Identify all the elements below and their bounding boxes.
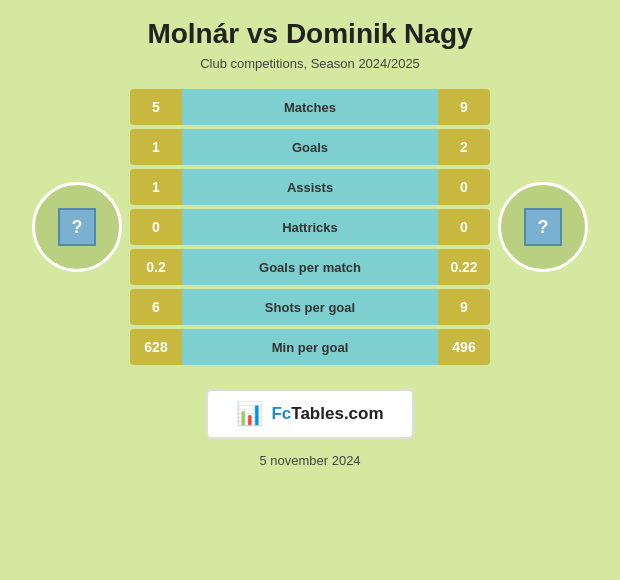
logo-area: 📊 FcTables.com <box>206 389 413 439</box>
stats-table: 5Matches91Goals21Assists00Hattricks00.2G… <box>130 89 490 365</box>
stat-label: Assists <box>182 169 438 205</box>
stat-value-right: 9 <box>438 89 490 125</box>
avatar-left: ? <box>32 182 122 272</box>
date-text: 5 november 2024 <box>259 453 360 468</box>
logo-icon: 📊 <box>236 401 263 427</box>
avatar-left-image: ? <box>58 208 96 246</box>
main-area: ? 5Matches91Goals21Assists00Hattricks00.… <box>0 89 620 365</box>
stat-label: Goals <box>182 129 438 165</box>
stat-row: 0.2Goals per match0.22 <box>130 249 490 285</box>
avatar-right-image: ? <box>524 208 562 246</box>
page-title: Molnár vs Dominik Nagy <box>147 18 472 50</box>
stat-value-left: 628 <box>130 329 182 365</box>
stat-value-left: 0.2 <box>130 249 182 285</box>
stat-value-right: 0.22 <box>438 249 490 285</box>
stat-value-right: 9 <box>438 289 490 325</box>
stat-row: 628Min per goal496 <box>130 329 490 365</box>
stat-value-left: 5 <box>130 89 182 125</box>
stat-value-right: 2 <box>438 129 490 165</box>
stat-row: 1Goals2 <box>130 129 490 165</box>
stat-value-right: 0 <box>438 169 490 205</box>
stat-value-left: 6 <box>130 289 182 325</box>
stat-label: Matches <box>182 89 438 125</box>
stat-value-left: 1 <box>130 129 182 165</box>
stat-row: 1Assists0 <box>130 169 490 205</box>
subtitle: Club competitions, Season 2024/2025 <box>200 56 420 71</box>
stat-label: Hattricks <box>182 209 438 245</box>
avatar-right: ? <box>498 182 588 272</box>
logo-text: FcTables.com <box>271 404 383 424</box>
stat-label: Min per goal <box>182 329 438 365</box>
stat-row: 5Matches9 <box>130 89 490 125</box>
stat-value-left: 0 <box>130 209 182 245</box>
stat-value-right: 0 <box>438 209 490 245</box>
stat-value-left: 1 <box>130 169 182 205</box>
stat-label: Shots per goal <box>182 289 438 325</box>
stat-row: 0Hattricks0 <box>130 209 490 245</box>
stat-value-right: 496 <box>438 329 490 365</box>
stat-row: 6Shots per goal9 <box>130 289 490 325</box>
stat-label: Goals per match <box>182 249 438 285</box>
